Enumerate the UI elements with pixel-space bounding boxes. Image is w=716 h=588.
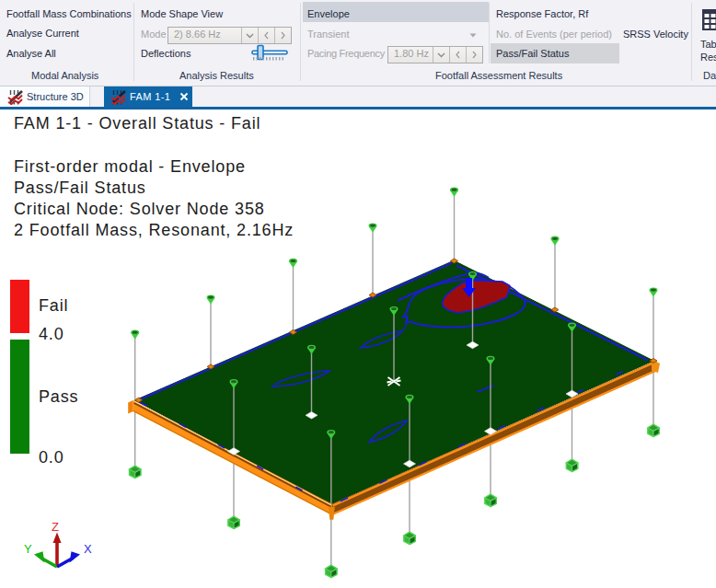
svg-text:Y: Y bbox=[24, 542, 32, 556]
svg-text:Z: Z bbox=[52, 520, 59, 534]
svg-text:X: X bbox=[84, 542, 92, 556]
